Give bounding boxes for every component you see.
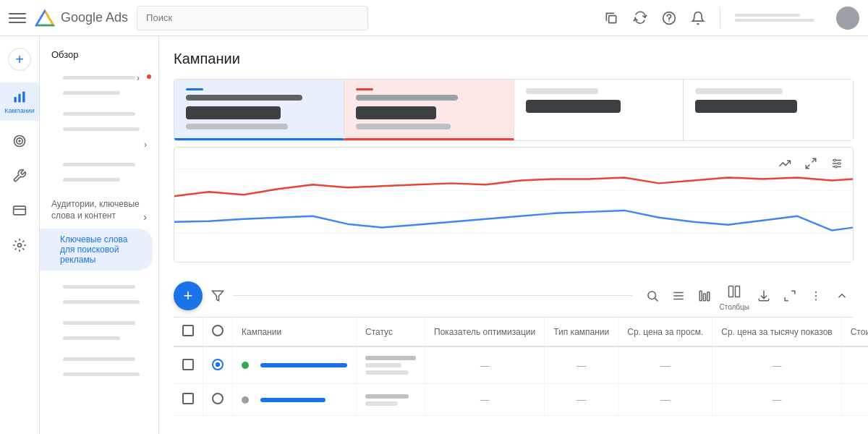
settings-icon: [11, 237, 28, 254]
table-row: — — — — —: [174, 346, 868, 384]
more-action-button[interactable]: [804, 284, 827, 307]
th-optimization[interactable]: Показатель оптимизации: [425, 318, 545, 346]
columns-action-wrapper[interactable]: Столбцы: [719, 280, 749, 311]
th-cpm-view[interactable]: Ср. цена за просм.: [618, 318, 712, 346]
sidebar-item-billing[interactable]: [0, 196, 39, 225]
svg-line-13: [812, 158, 816, 162]
row1-optimization-dash: —: [480, 360, 490, 371]
header-radio[interactable]: [212, 325, 224, 336]
header-checkbox[interactable]: [182, 325, 194, 336]
metric-indicator-2: [356, 88, 373, 90]
svg-marker-0: [36, 11, 54, 25]
logo-text: Google Ads: [61, 10, 128, 25]
search-bar[interactable]: [137, 6, 368, 30]
row2-radio-cell: [203, 384, 233, 416]
table-section: + Столбцы: [174, 274, 854, 416]
page-title: Кампании: [174, 51, 854, 67]
table-actions: Столбцы: [641, 280, 854, 311]
refresh-icon[interactable]: [633, 11, 647, 25]
search-input[interactable]: [137, 6, 368, 30]
svg-point-38: [815, 299, 817, 300]
th-status[interactable]: Статус: [357, 318, 425, 346]
add-button[interactable]: +: [174, 281, 203, 310]
chart-toolbar: [775, 153, 847, 174]
svg-line-27: [655, 298, 658, 301]
bar-chart-action-button[interactable]: [693, 284, 716, 307]
chart-trend-icon[interactable]: [775, 153, 795, 174]
row1-type-dash: —: [576, 360, 586, 371]
columns-action-button[interactable]: [723, 280, 746, 303]
download-action-button[interactable]: [752, 284, 775, 307]
row2-radio[interactable]: [212, 393, 224, 404]
metric-card-2[interactable]: [344, 80, 514, 140]
th-type[interactable]: Тип кампании: [545, 318, 618, 346]
sidebar-item-goals[interactable]: [0, 127, 39, 156]
hamburger-menu[interactable]: [9, 9, 26, 27]
nav-item-audiences[interactable]: Аудитории, ключевые слова и контент ›: [40, 193, 158, 229]
svg-rect-35: [736, 286, 740, 297]
row1-cost-cell: —: [841, 346, 868, 384]
svg-marker-25: [213, 291, 224, 301]
metric-label-1: [186, 95, 302, 101]
left-navigation: Обзор › › Аудитории, ключевые слова и ко…: [40, 36, 159, 434]
nav-item-audiences-label: Аудитории, ключевые слова и контент: [51, 199, 147, 221]
row1-type-cell: —: [545, 346, 618, 384]
nav-divider: [720, 8, 720, 28]
sidebar-item-add[interactable]: +: [0, 42, 39, 77]
chart-settings-icon[interactable]: [827, 153, 847, 174]
notification-icon[interactable]: [691, 11, 705, 25]
metric-card-4[interactable]: [684, 80, 853, 140]
sidebar-item-campaigns[interactable]: Кампании: [0, 82, 39, 121]
th-cost[interactable]: Стоимость: [841, 318, 868, 346]
filter-icon[interactable]: [211, 289, 224, 302]
sidebar-item-settings[interactable]: [0, 231, 39, 260]
help-icon[interactable]: [662, 11, 676, 25]
nav-sub-item-search-keywords[interactable]: Ключевые слова для поисковой рекламы: [40, 229, 153, 271]
billing-icon: [11, 202, 28, 219]
row1-checkbox[interactable]: [182, 359, 194, 370]
th-cpm-thousand[interactable]: Ср. цена за тысячу показов: [712, 318, 841, 346]
svg-rect-7: [22, 92, 25, 103]
chart-expand-icon[interactable]: [801, 153, 821, 174]
row2-optimization-cell: —: [425, 384, 545, 416]
fullscreen-action-button[interactable]: [778, 284, 801, 307]
metric-sub-2: [356, 124, 451, 129]
svg-point-26: [648, 292, 656, 299]
performance-chart: [174, 148, 853, 262]
user-avatar[interactable]: [836, 7, 859, 30]
nav-overview[interactable]: Обзор: [40, 42, 158, 67]
sidebar-item-tools[interactable]: [0, 161, 39, 190]
campaigns-label: Кампании: [4, 107, 34, 115]
svg-point-18: [834, 159, 836, 161]
metrics-row: [174, 79, 854, 141]
top-navigation: Google Ads: [0, 0, 868, 36]
metric-value-1: [186, 106, 281, 119]
svg-rect-2: [609, 15, 616, 22]
svg-rect-11: [14, 206, 26, 215]
row2-checkbox[interactable]: [182, 393, 194, 404]
row1-cpm-thousand-cell: —: [712, 346, 841, 384]
align-action-button[interactable]: [667, 284, 690, 307]
copy-icon[interactable]: [604, 11, 618, 25]
metric-card-3[interactable]: [514, 80, 684, 140]
svg-rect-32: [704, 294, 706, 301]
row1-checkbox-cell: [174, 346, 203, 384]
metric-card-1[interactable]: [174, 80, 344, 140]
metric-value-3: [526, 100, 621, 113]
svg-rect-34: [729, 286, 733, 297]
data-table: Кампании Статус Показатель оптимизации Т…: [174, 318, 868, 416]
search-action-button[interactable]: [641, 284, 664, 307]
account-selector[interactable]: [735, 14, 822, 22]
collapse-button[interactable]: [830, 284, 854, 307]
sidebar: + Кампании: [0, 36, 40, 434]
row2-status-lines: [365, 394, 416, 406]
row1-optimization-cell: —: [425, 346, 545, 384]
row1-cpm-view-dash: —: [660, 360, 670, 371]
top-nav-actions: [604, 7, 859, 30]
th-campaign[interactable]: Кампании: [233, 318, 357, 346]
svg-rect-33: [707, 292, 710, 300]
row1-radio[interactable]: [212, 359, 224, 370]
svg-rect-5: [14, 97, 17, 103]
columns-label: Столбцы: [719, 303, 749, 311]
svg-point-19: [838, 163, 841, 165]
